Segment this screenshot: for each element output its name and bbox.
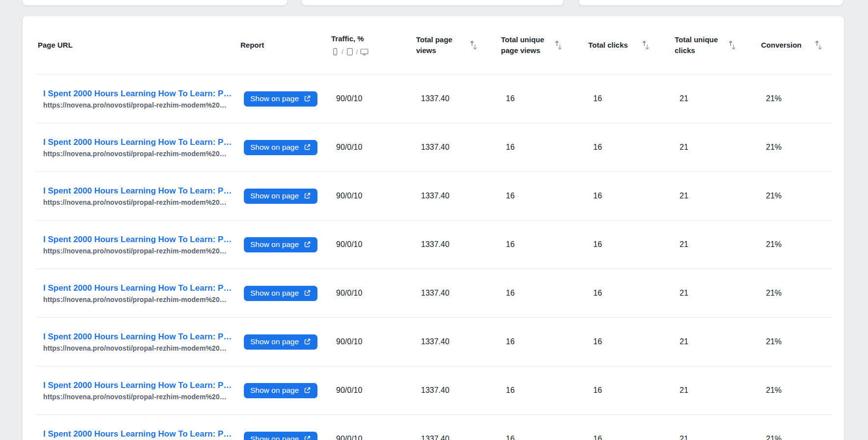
desktop-icon (360, 48, 368, 56)
show-on-page-label: Show on page (250, 192, 299, 200)
page-url-cell: I Spent 2000 Hours Learning How To Learn… (36, 185, 240, 207)
external-link-icon (303, 192, 311, 200)
page-url-cell: I Spent 2000 Hours Learning How To Learn… (36, 137, 240, 158)
show-on-page-label: Show on page (250, 435, 299, 440)
page-title-link[interactable]: I Spent 2000 Hours Learning How To Learn… (43, 331, 240, 342)
sort-icon[interactable] (642, 39, 649, 52)
total-unique-page-views-value: 16 (501, 240, 588, 249)
traffic-value: 90/0/10 (331, 435, 416, 440)
pages-table: Page URL Report Traffic, % / / (36, 16, 832, 440)
total-unique-page-views-value: 16 (501, 192, 588, 200)
show-on-page-label: Show on page (250, 240, 299, 249)
table-row: I Spent 2000 Hours Learning How To Learn… (36, 366, 832, 415)
total-clicks-value: 16 (588, 337, 675, 346)
show-on-page-label: Show on page (250, 337, 299, 346)
sort-icon[interactable] (729, 39, 736, 52)
device-icons: / / (331, 47, 416, 57)
report-cell: Show on page (240, 189, 331, 204)
page-title-link[interactable]: I Spent 2000 Hours Learning How To Learn… (43, 88, 240, 99)
page-title-link[interactable]: I Spent 2000 Hours Learning How To Learn… (43, 137, 240, 148)
page-url-cell: I Spent 2000 Hours Learning How To Learn… (36, 88, 240, 110)
show-on-page-button[interactable]: Show on page (244, 91, 317, 107)
page-title-link[interactable]: I Spent 2000 Hours Learning How To Learn… (43, 185, 240, 196)
total-clicks-value: 16 (588, 435, 675, 440)
page-url-text: https://novena.pro/novosti/propal-rezhim… (43, 149, 240, 158)
total-page-views-value: 1337.40 (416, 240, 501, 249)
conversion-value: 21% (761, 386, 832, 395)
total-unique-page-views-value: 16 (501, 94, 588, 103)
table-header-row: Page URL Report Traffic, % / / (36, 16, 832, 75)
conversion-value: 21% (761, 435, 832, 440)
show-on-page-button[interactable]: Show on page (244, 383, 317, 398)
report-cell: Show on page (240, 91, 331, 107)
total-unique-clicks-value: 21 (675, 143, 761, 152)
conversion-value: 21% (761, 240, 832, 249)
report-cell: Show on page (240, 140, 331, 155)
show-on-page-label: Show on page (250, 143, 299, 152)
report-cell: Show on page (240, 383, 331, 398)
total-unique-clicks-value: 21 (675, 386, 761, 395)
page-url-cell: I Spent 2000 Hours Learning How To Learn… (36, 234, 240, 255)
external-link-icon (303, 289, 311, 297)
column-header-total-unique-page-views[interactable]: Total unique page views (501, 34, 588, 56)
page-title-link[interactable]: I Spent 2000 Hours Learning How To Learn… (43, 282, 240, 294)
external-link-icon (303, 386, 311, 394)
sort-icon[interactable] (470, 39, 477, 52)
traffic-value: 90/0/10 (331, 289, 416, 298)
column-header-report: Report (240, 40, 331, 51)
page-url-text: https://novena.pro/novosti/propal-rezhim… (43, 295, 240, 304)
page-title-link[interactable]: I Spent 2000 Hours Learning How To Learn… (43, 428, 240, 440)
column-header-total-clicks[interactable]: Total clicks (588, 39, 675, 52)
column-label: Total unique page views (501, 34, 548, 56)
show-on-page-button[interactable]: Show on page (244, 189, 317, 204)
summary-card (302, 0, 563, 5)
column-header-total-page-views[interactable]: Total page views (416, 34, 501, 56)
show-on-page-button[interactable]: Show on page (244, 237, 317, 252)
table-row: I Spent 2000 Hours Learning How To Learn… (36, 318, 832, 366)
total-unique-page-views-value: 16 (501, 435, 588, 440)
column-label: Total unique clicks (675, 34, 722, 56)
total-clicks-value: 16 (588, 289, 675, 298)
traffic-value: 90/0/10 (331, 240, 416, 249)
show-on-page-button[interactable]: Show on page (244, 286, 317, 301)
show-on-page-button[interactable]: Show on page (244, 334, 317, 350)
page-title-link[interactable]: I Spent 2000 Hours Learning How To Learn… (43, 234, 240, 245)
device-separator: / (356, 47, 358, 57)
total-clicks-value: 16 (588, 192, 675, 200)
total-clicks-value: 16 (588, 143, 675, 152)
report-cell: Show on page (240, 237, 331, 252)
show-on-page-label: Show on page (250, 94, 299, 103)
external-link-icon (303, 95, 311, 103)
conversion-value: 21% (761, 192, 832, 200)
traffic-value: 90/0/10 (331, 337, 416, 346)
total-unique-page-views-value: 16 (501, 337, 588, 346)
sort-icon[interactable] (555, 39, 562, 52)
page-url-cell: I Spent 2000 Hours Learning How To Learn… (36, 380, 240, 401)
page-url-cell: I Spent 2000 Hours Learning How To Learn… (36, 282, 240, 304)
total-unique-clicks-value: 21 (675, 337, 761, 346)
total-page-views-value: 1337.40 (416, 289, 501, 298)
column-label: Total page views (416, 34, 463, 56)
column-header-total-unique-clicks[interactable]: Total unique clicks (675, 34, 761, 56)
total-unique-clicks-value: 21 (675, 192, 761, 200)
sort-icon[interactable] (815, 39, 822, 52)
total-page-views-value: 1337.40 (416, 192, 501, 200)
summary-card (579, 0, 843, 5)
external-link-icon (303, 338, 311, 346)
page-url-text: https://novena.pro/novosti/propal-rezhim… (43, 198, 240, 207)
total-unique-page-views-value: 16 (501, 289, 588, 298)
show-on-page-button[interactable]: Show on page (244, 140, 317, 155)
page-url-text: https://novena.pro/novosti/propal-rezhim… (43, 392, 240, 401)
report-cell: Show on page (240, 286, 331, 301)
total-unique-clicks-value: 21 (675, 435, 761, 440)
traffic-label: Traffic, % (331, 33, 416, 44)
show-on-page-button[interactable]: Show on page (244, 432, 317, 440)
column-header-conversion[interactable]: Conversion (761, 39, 832, 52)
conversion-value: 21% (761, 289, 832, 298)
total-page-views-value: 1337.40 (416, 337, 501, 346)
total-clicks-value: 16 (588, 386, 675, 395)
table-row: I Spent 2000 Hours Learning How To Learn… (36, 415, 832, 440)
page-title-link[interactable]: I Spent 2000 Hours Learning How To Learn… (43, 380, 240, 391)
traffic-value: 90/0/10 (331, 143, 416, 152)
table-row: I Spent 2000 Hours Learning How To Learn… (36, 123, 832, 172)
